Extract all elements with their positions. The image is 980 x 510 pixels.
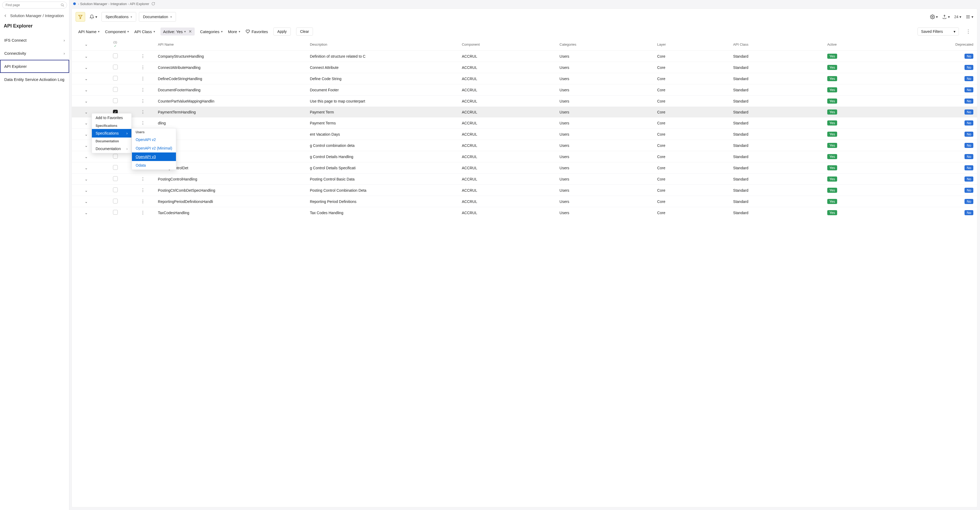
expand-row-icon[interactable]: ⌄ [85,121,88,125]
row-menu-icon[interactable]: ⋮ [141,87,145,92]
list-view-button[interactable]: ▾ [966,14,973,19]
expand-row-icon[interactable]: ⌄ [85,199,88,204]
breadcrumb-item[interactable]: Integration [110,2,127,6]
col-categories[interactable]: Categories [557,38,655,51]
row-menu-icon[interactable]: ⋮ [141,54,145,59]
row-checkbox[interactable] [113,53,118,58]
table-row[interactable]: ⌄⋮DefineCodeStringHandlingDefine Code St… [72,73,977,84]
submenu-item-openapi-v2[interactable]: OpenAPI v2 [132,135,176,144]
row-checkbox[interactable] [113,87,118,92]
filter-more[interactable]: More▾ [228,29,240,34]
expand-row-icon[interactable]: ⌄ [85,211,88,215]
row-checkbox[interactable] [113,154,118,159]
table-row[interactable]: ⌄⋮dlingPayment TermsACCRULUsersCoreStand… [72,118,977,129]
expand-row-icon[interactable]: ⌄ [85,188,88,192]
documentation-dropdown[interactable]: Documentation ▾ [139,12,176,22]
ctx-add-favorites[interactable]: Add to Favorites [92,113,131,122]
col-api-name[interactable]: API Name [156,38,308,51]
table-row[interactable]: ⌄⋮ent Vacation DaysACCRULUsersCoreStanda… [72,129,977,140]
row-checkbox[interactable] [113,187,118,192]
col-layer[interactable]: Layer [655,38,731,51]
table-row[interactable]: ⌄⋮CompanyStructureHandlingDefinition of … [72,51,977,62]
search-icon[interactable] [60,3,64,7]
expand-row-icon[interactable]: ⌄ [85,99,88,103]
apply-button[interactable]: Apply [274,27,291,35]
submenu-item-openapi-v2-minimal-[interactable]: OpenAPI v2 (Minimal) [132,144,176,153]
sidebar-item-data-entity-service-activation-log[interactable]: Data Entity Service Activation Log [0,73,69,86]
submenu-item-odata[interactable]: Odata [132,161,176,170]
table-row[interactable]: ⌄⋮g Control Details HandlingACCRULUsersC… [72,151,977,162]
expand-row-icon[interactable]: ⌄ [85,54,88,59]
col-api-class[interactable]: API Class [731,38,825,51]
row-checkbox[interactable] [113,65,118,70]
ctx-specifications[interactable]: Specifications › [92,129,131,138]
expand-row-icon[interactable]: ⌄ [85,166,88,170]
search-input[interactable] [2,2,67,8]
expand-row-icon[interactable]: ⌄ [85,77,88,81]
saved-filters-dropdown[interactable]: Saved Filters▾ [918,27,959,35]
table-row[interactable]: ⌄✓⋮PaymentTermHandlingPayment TermACCRUL… [72,107,977,118]
row-checkbox[interactable] [113,165,118,170]
filter-menu-icon[interactable]: ⋮ [966,29,970,35]
expand-row-icon[interactable]: ⌄ [85,65,88,70]
expand-row-icon[interactable]: ⌄ [85,155,88,159]
row-menu-icon[interactable]: ⋮ [141,65,145,70]
row-menu-icon[interactable]: ⋮ [141,199,145,204]
row-checkbox[interactable] [113,76,118,81]
expand-row-icon[interactable]: ⌄ [85,110,88,114]
ctx-documentation[interactable]: Documentation › [92,145,131,153]
row-count-button[interactable]: 24 ▾ [954,15,961,19]
expand-row-icon[interactable]: ⌄ [85,177,88,181]
row-menu-icon[interactable]: ⋮ [141,110,145,114]
sidebar-item-connectivity[interactable]: Connectivity› [0,47,69,60]
row-menu-icon[interactable]: ⋮ [141,210,145,215]
breadcrumb-item[interactable]: Solution Manager [80,2,107,6]
filter-categories[interactable]: Categories▾ [200,29,223,34]
row-checkbox[interactable] [113,176,118,181]
row-menu-icon[interactable]: ⋮ [141,177,145,181]
refresh-icon[interactable] [151,2,155,6]
favorites-button[interactable]: Favorites [246,29,268,34]
filter-component[interactable]: Component▾ [105,29,129,34]
sidebar-item-ifs-connect[interactable]: IFS Connect› [0,33,69,47]
table-row[interactable]: ⌄⋮CounterPartValueMappingHandlinUse this… [72,95,977,107]
row-checkbox[interactable] [113,199,118,203]
settings-button[interactable]: ▾ [930,14,938,19]
table-row[interactable]: ⌄⋮TaxCodesHandlingTax Codes HandlingACCR… [72,207,977,218]
expand-row-icon[interactable]: ⌄ [85,132,88,137]
expand-all-icon[interactable]: ⌄ [85,42,88,46]
specifications-dropdown[interactable]: Specifications ▾ [102,12,136,22]
expand-row-icon[interactable]: ⌄ [85,88,88,92]
sidebar-item-api-explorer[interactable]: API Explorer [0,60,69,73]
breadcrumb-item[interactable]: API Explorer [130,2,149,6]
row-menu-icon[interactable]: ⋮ [141,76,145,81]
row-checkbox[interactable] [113,98,118,103]
close-icon[interactable]: ✕ [189,29,192,34]
back-arrow-icon[interactable] [3,14,8,18]
col-selector-header[interactable]: (1) ✓ [101,38,129,51]
table-row[interactable]: ⌄⋮g Control combination detaACCRULUsersC… [72,140,977,151]
col-deprecated[interactable]: Deprecated [919,38,977,51]
home-dot-icon[interactable] [73,2,76,5]
filter-api-name[interactable]: API Name▾ [78,29,100,34]
table-row[interactable]: ⌄⋮PostingControlHandlingPosting Control … [72,173,977,185]
row-menu-icon[interactable]: ⋮ [141,121,145,125]
filter-active-pill[interactable]: Active: Yes▾ ✕ [161,27,195,35]
table-row[interactable]: ⌄⋮DocumentFooterHandlingDocument FooterA… [72,84,977,95]
submenu-item-openapi-v3[interactable]: OpenAPI v3 [132,153,176,161]
table-row[interactable]: ⌄⋮ConnectAttributeHandlingConnect Attrib… [72,62,977,73]
row-menu-icon[interactable]: ⋮ [141,188,145,192]
table-row[interactable]: ⌄⋮PostingControlDetg Control Details Spe… [72,162,977,173]
export-button[interactable]: ▾ [942,14,950,19]
col-description[interactable]: Description [308,38,460,51]
clear-button[interactable]: Clear [296,27,313,35]
expand-row-icon[interactable]: ⌄ [85,143,88,148]
col-component[interactable]: Component [460,38,557,51]
filter-api-class[interactable]: API Class▾ [134,29,155,34]
table-row[interactable]: ⌄⋮ReportingPeriodDefinitionsHandliReport… [72,196,977,207]
row-checkbox[interactable] [113,210,118,214]
row-menu-icon[interactable]: ⋮ [141,99,145,103]
col-active[interactable]: Active [825,38,919,51]
notifications-button[interactable]: ▾ [88,13,99,21]
table-row[interactable]: ⌄⋮PostingCtrlCombDetSpecHandlingPosting … [72,185,977,196]
